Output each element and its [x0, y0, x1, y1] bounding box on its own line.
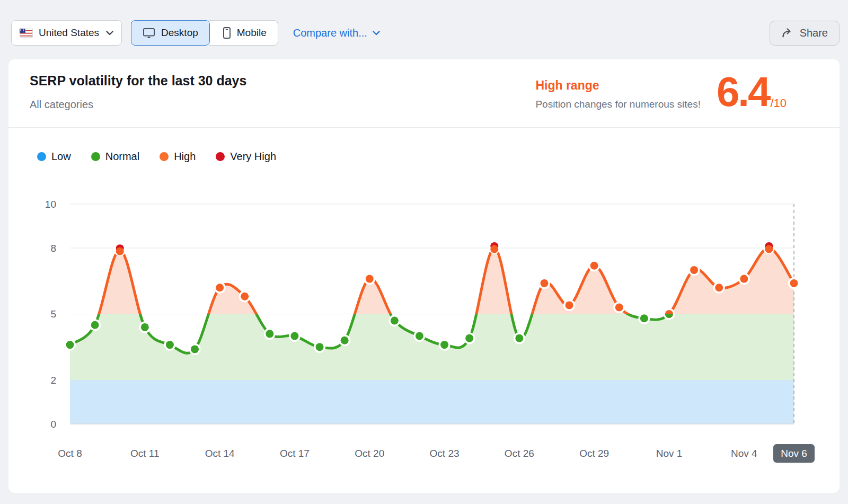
range-label: High range	[535, 78, 701, 93]
legend-label: High	[174, 151, 196, 163]
chevron-down-icon	[373, 31, 380, 36]
svg-text:2: 2	[50, 375, 56, 386]
legend-label: Very High	[230, 151, 276, 163]
volatility-score: 6.4 /10	[717, 75, 787, 109]
svg-text:Nov 6: Nov 6	[781, 448, 807, 459]
score-max: /10	[770, 98, 787, 109]
category-subtitle: All categories	[30, 99, 93, 111]
share-label: Share	[800, 27, 828, 39]
us-flag-icon	[20, 29, 33, 38]
device-toggle: Desktop Mobile	[131, 20, 278, 46]
range-description: Position changes for numerous sites!	[535, 99, 701, 110]
legend-item-high: High	[160, 151, 196, 163]
svg-text:Oct 17: Oct 17	[280, 448, 310, 459]
legend-item-very-high: Very High	[216, 151, 276, 163]
share-button[interactable]: Share	[770, 21, 840, 46]
svg-text:Oct 20: Oct 20	[355, 448, 384, 459]
device-tab-mobile-label: Mobile	[237, 27, 267, 39]
legend-dot-icon	[216, 152, 225, 161]
desktop-icon	[143, 27, 155, 39]
svg-text:8: 8	[50, 243, 56, 254]
legend-label: Low	[51, 151, 71, 163]
country-selector[interactable]: United States	[11, 20, 122, 46]
svg-text:5: 5	[50, 308, 56, 320]
svg-text:0: 0	[50, 419, 56, 430]
svg-text:Nov 4: Nov 4	[731, 448, 757, 459]
legend-dot-icon	[160, 152, 169, 161]
device-tab-desktop-label: Desktop	[161, 27, 198, 39]
header-divider	[8, 127, 840, 128]
svg-text:10: 10	[45, 199, 56, 210]
serp-volatility-card: SERP volatility for the last 30 days All…	[8, 59, 840, 493]
svg-text:Oct 14: Oct 14	[205, 448, 235, 459]
volatility-chart[interactable]: 025810Oct 8Oct 11Oct 14Oct 17Oct 20Oct 2…	[8, 187, 840, 483]
mobile-icon	[223, 26, 231, 39]
svg-text:Oct 8: Oct 8	[58, 448, 82, 459]
svg-text:Oct 23: Oct 23	[430, 448, 460, 459]
share-arrow-icon	[781, 28, 793, 38]
range-block: High range Position changes for numerous…	[535, 72, 701, 110]
chevron-down-icon	[106, 31, 113, 36]
device-tab-mobile[interactable]: Mobile	[209, 20, 278, 46]
toolbar: United States Desktop Mobile Compare wit…	[11, 20, 840, 46]
legend-item-low: Low	[37, 151, 71, 163]
svg-text:Oct 29: Oct 29	[579, 448, 609, 459]
compare-with-label: Compare with...	[293, 27, 367, 39]
compare-with-link[interactable]: Compare with...	[293, 27, 380, 39]
volatility-summary: High range Position changes for numerous…	[535, 72, 787, 110]
legend-item-normal: Normal	[91, 151, 139, 163]
score-value: 6.4	[717, 75, 769, 109]
svg-text:Nov 1: Nov 1	[656, 448, 683, 459]
legend-dot-icon	[37, 152, 46, 161]
country-label: United States	[39, 27, 99, 39]
device-tab-desktop[interactable]: Desktop	[131, 20, 210, 46]
serp-volatility-page: { "toolbar": { "country_label": "United …	[0, 0, 848, 504]
svg-text:Oct 11: Oct 11	[130, 448, 160, 459]
legend-label: Normal	[105, 151, 139, 163]
legend: LowNormalHighVery High	[37, 151, 276, 163]
legend-dot-icon	[91, 152, 100, 161]
page-title: SERP volatility for the last 30 days	[30, 73, 246, 89]
svg-text:Oct 26: Oct 26	[505, 448, 534, 459]
